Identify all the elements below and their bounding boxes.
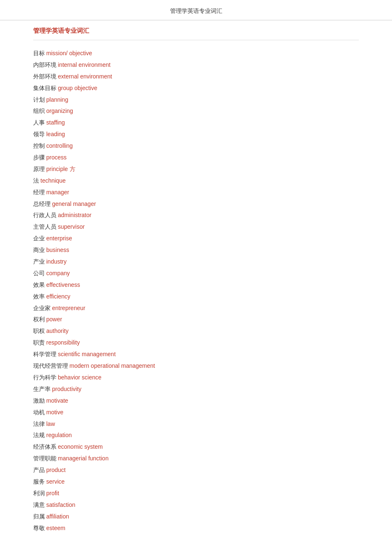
- list-item: 外部环境 external environment: [33, 71, 359, 83]
- vocab-en: effectiveness: [46, 281, 80, 288]
- vocab-zh: 总经理: [33, 201, 52, 207]
- list-item: 产业 industry: [33, 256, 359, 268]
- vocab-zh: 尊敬: [33, 525, 46, 531]
- vocab-zh: 归属: [33, 513, 46, 520]
- list-item: 满意 satisfaction: [33, 499, 359, 511]
- list-item: 总经理 general manager: [33, 198, 359, 210]
- list-item: 行政人员 administrator: [33, 210, 359, 221]
- vocab-en: manager: [46, 189, 69, 196]
- vocab-zh: 企业家: [33, 305, 52, 311]
- vocab-en: productivity: [52, 386, 82, 392]
- vocab-zh: 职责: [33, 340, 46, 346]
- vocab-en: motive: [46, 409, 63, 416]
- vocab-en: group objective: [58, 85, 97, 91]
- vocab-zh: 计划: [33, 97, 46, 103]
- list-item: 产品 product: [33, 465, 359, 476]
- list-item: 公司 company: [33, 268, 359, 279]
- list-item: 领导 leading: [33, 129, 359, 140]
- list-item: 归属 affiliation: [33, 511, 359, 523]
- vocab-zh: 企业: [33, 235, 46, 242]
- vocab-en: general manager: [52, 200, 96, 207]
- list-item: 组织 organizing: [33, 105, 359, 117]
- vocab-en: economic system: [58, 443, 103, 450]
- vocab-en: enterprise: [46, 235, 72, 242]
- list-item: 法律 law: [33, 418, 359, 430]
- list-item: 行为科学 behavior science: [33, 372, 359, 384]
- list-item: 人事 staffing: [33, 117, 359, 129]
- vocab-zh: 产业: [33, 259, 46, 265]
- list-item: 集体目标 group objective: [33, 83, 359, 94]
- list-item: 经济体系 economic system: [33, 441, 359, 453]
- list-item: 企业家 entrepreneur: [33, 303, 359, 314]
- vocab-en: internal environment: [58, 61, 111, 68]
- vocab-en: technique: [41, 177, 66, 184]
- vocab-en: authority: [46, 328, 69, 334]
- list-item: 效率 efficiency: [33, 291, 359, 303]
- vocab-en: profit: [46, 490, 59, 496]
- vocab-en: company: [46, 270, 70, 276]
- vocab-zh: 效果: [33, 282, 46, 288]
- vocab-zh: 步骤: [33, 154, 46, 161]
- vocab-zh: 动机: [33, 409, 46, 416]
- list-item: 现代经营管理 modern operational management: [33, 360, 359, 372]
- list-item: 生产率 productivity: [33, 384, 359, 395]
- vocab-zh: 管理职能: [33, 455, 58, 462]
- vocab-zh: 商业: [33, 247, 46, 253]
- page-header-title: 管理学英语专业词汇: [170, 8, 222, 14]
- vocab-en: behavior science: [58, 374, 102, 381]
- vocab-en: scientific management: [58, 351, 116, 357]
- page-header-bar: 管理学英语专业词汇: [0, 0, 392, 20]
- vocab-zh: 现代经营管理: [33, 363, 70, 369]
- vocab-en: controlling: [46, 142, 73, 149]
- list-item: 主管人员 supervisor: [33, 221, 359, 233]
- list-item: 科学管理 scientific management: [33, 349, 359, 360]
- list-item: 法规 regulation: [33, 430, 359, 441]
- vocab-en: law: [46, 421, 55, 427]
- list-item: 法 technique: [33, 175, 359, 187]
- vocab-zh: 经济体系: [33, 444, 58, 450]
- vocab-zh: 公司: [33, 270, 46, 276]
- list-item: 内部环境 internal environment: [33, 59, 359, 71]
- list-item: 激励 motivate: [33, 395, 359, 407]
- list-item: 服务 service: [33, 476, 359, 488]
- vocab-en: business: [46, 247, 69, 253]
- vocab-zh: 权利: [33, 316, 46, 323]
- vocab-zh: 职权: [33, 328, 46, 334]
- vocab-zh: 行为科学: [33, 374, 58, 381]
- list-item: 商业 business: [33, 244, 359, 256]
- list-item: 原理 principle 方: [33, 164, 359, 175]
- vocab-en: supervisor: [58, 223, 85, 230]
- vocab-en: staffing: [46, 119, 65, 126]
- vocab-en: principle 方: [46, 166, 75, 172]
- vocab-en: service: [46, 478, 65, 485]
- vocab-en: modern operational management: [70, 362, 155, 369]
- list-item: 计划 planning: [33, 94, 359, 106]
- vocab-zh: 经理: [33, 189, 46, 196]
- vocab-en: affiliation: [46, 513, 69, 520]
- vocab-en: esteem: [46, 525, 66, 531]
- vocab-zh: 集体目标: [33, 85, 58, 91]
- vocab-zh: 服务: [33, 479, 46, 485]
- vocab-en: mission/ objective: [46, 50, 93, 56]
- list-item: 尊敬 esteem: [33, 523, 359, 534]
- vocab-zh: 组织: [33, 108, 46, 114]
- vocab-en: power: [46, 316, 62, 323]
- list-item: 目标 mission/ objective: [33, 48, 359, 59]
- vocab-en: entrepreneur: [52, 305, 85, 311]
- vocab-zh: 原理: [33, 166, 46, 172]
- list-item: 效果 effectiveness: [33, 279, 359, 291]
- vocab-zh: 外部环境: [33, 73, 58, 80]
- list-item: 管理职能 managerial function: [33, 453, 359, 465]
- list-item: 职权 authority: [33, 325, 359, 337]
- list-item: 动机 motive: [33, 407, 359, 418]
- vocab-list: 目标 mission/ objective内部环境 internal envir…: [33, 48, 359, 534]
- vocab-zh: 行政人员: [33, 212, 58, 218]
- list-item: 经理 manager: [33, 187, 359, 198]
- vocab-zh: 法律: [33, 421, 46, 427]
- vocab-zh: 生产率: [33, 386, 52, 392]
- list-item: 利润 profit: [33, 488, 359, 499]
- vocab-en: motivate: [46, 397, 68, 404]
- vocab-zh: 领导: [33, 131, 46, 137]
- vocab-zh: 产品: [33, 467, 46, 473]
- list-item: 步骤 process: [33, 152, 359, 164]
